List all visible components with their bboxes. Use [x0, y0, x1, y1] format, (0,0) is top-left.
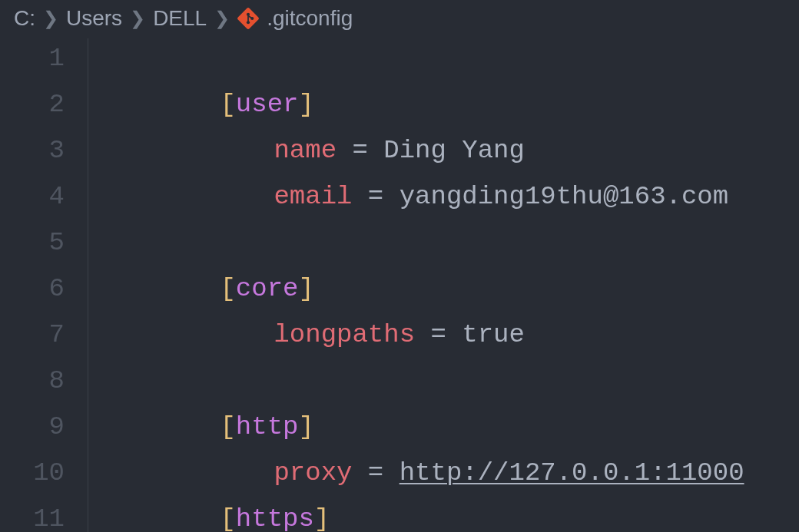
bracket-close: ]: [298, 90, 313, 119]
line-number: 6: [0, 266, 65, 312]
line-number: 7: [0, 312, 65, 358]
code-content[interactable]: [user] name = Ding Yang email = yangding…: [126, 35, 799, 532]
equals-sign: =: [415, 320, 462, 349]
chevron-right-icon: ❯: [214, 8, 230, 29]
line-number: 5: [0, 220, 65, 266]
breadcrumb-part-users[interactable]: Users: [66, 6, 122, 31]
chevron-right-icon: ❯: [43, 8, 58, 29]
value-name: Ding Yang: [383, 136, 525, 165]
line-number: 3: [0, 127, 65, 173]
line-number: 2: [0, 81, 65, 127]
chevron-right-icon: ❯: [130, 8, 145, 29]
value-email: yangding19thu@163.com: [400, 182, 728, 211]
line-number: 4: [0, 173, 65, 220]
line-number: 8: [0, 358, 65, 404]
bracket-close: ]: [314, 504, 330, 532]
key-name: name: [274, 136, 337, 165]
breadcrumb-file[interactable]: .gitconfig: [267, 6, 353, 31]
bracket-open: [: [220, 412, 235, 441]
bracket-open: [: [220, 504, 235, 532]
bracket-open: [: [220, 274, 235, 303]
section-user: user: [236, 90, 299, 119]
code-line[interactable]: [user]: [126, 35, 799, 81]
bracket-close: ]: [298, 412, 313, 441]
line-number: 10: [0, 450, 65, 496]
equals-sign: =: [337, 136, 383, 165]
code-line[interactable]: [http]: [126, 358, 799, 404]
code-editor[interactable]: 1 2 3 4 5 6 7 8 9 10 11 [user] name = Di…: [0, 35, 799, 532]
section-https: https: [236, 504, 314, 532]
line-number-gutter: 1 2 3 4 5 6 7 8 9 10 11: [0, 35, 88, 532]
key-proxy: proxy: [274, 458, 352, 487]
breadcrumb[interactable]: C: ❯ Users ❯ DELL ❯ .gitconfig: [0, 0, 799, 35]
breadcrumb-part-drive[interactable]: C:: [14, 6, 35, 31]
bracket-open: [: [220, 90, 235, 119]
breadcrumb-part-dell[interactable]: DELL: [153, 6, 207, 31]
line-number: 11: [0, 496, 65, 532]
git-icon: [237, 8, 259, 29]
section-core: core: [236, 274, 299, 303]
line-number: 1: [0, 35, 65, 81]
value-http-proxy[interactable]: http://127.0.0.1:11000: [400, 458, 744, 487]
section-http: http: [236, 412, 299, 441]
line-number: 9: [0, 404, 65, 450]
equals-sign: =: [352, 458, 399, 487]
indent-guide: [88, 35, 126, 532]
equals-sign: =: [352, 182, 399, 211]
value-longpaths: true: [462, 320, 525, 349]
key-longpaths: longpaths: [274, 320, 415, 349]
key-email: email: [274, 182, 352, 211]
bracket-close: ]: [298, 274, 313, 303]
code-line[interactable]: [core]: [126, 220, 799, 266]
